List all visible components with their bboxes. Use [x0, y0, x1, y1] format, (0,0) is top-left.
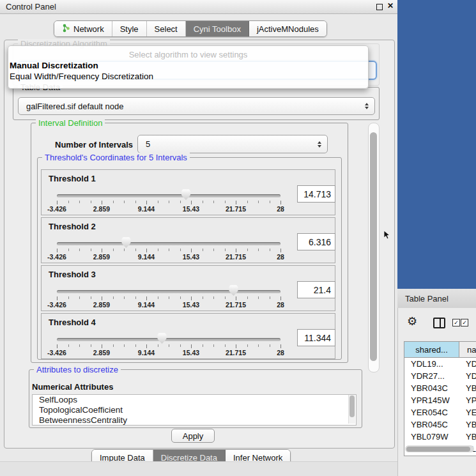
table-row[interactable]: YDL19...YDL1	[404, 358, 476, 370]
tab-style[interactable]: Style	[112, 21, 147, 36]
threshold-label: Threshold 4	[49, 318, 96, 327]
tick-mark	[57, 296, 58, 300]
list-scrollbar[interactable]	[348, 395, 355, 424]
cell-name: YBR0	[466, 383, 476, 393]
scrollbar-thumb[interactable]	[349, 395, 355, 417]
table-row[interactable]: YBL079WYBL0	[404, 431, 476, 443]
scrollbar-thumb[interactable]	[406, 447, 470, 452]
tick-mark	[247, 344, 248, 347]
slider-track[interactable]	[57, 242, 280, 245]
attribute-item-selfloops[interactable]: SelfLoops	[33, 395, 356, 405]
control-panel-tabbar: NetworkStyleSelectCyni ToolboxjActiveMNo…	[54, 20, 327, 37]
tick-mark	[79, 296, 80, 299]
attributes-listbox[interactable]: SelfLoopsTopologicalCoefficientBetweenne…	[32, 394, 357, 426]
float-window-icon[interactable]	[376, 4, 383, 10]
column-layout-icon[interactable]	[433, 318, 445, 328]
cell-name: YDL1	[466, 359, 476, 369]
slider-thumb[interactable]	[181, 189, 191, 200]
threshold-value-input[interactable]: 11.344	[297, 329, 335, 346]
slider-track[interactable]	[57, 338, 280, 341]
tick-label: 21.715	[220, 253, 252, 261]
tick-mark	[135, 249, 136, 251]
tick-mark	[258, 249, 259, 251]
tab-label: Select	[155, 24, 178, 34]
combo-value: 5	[146, 139, 150, 149]
tick-label: -3.426	[41, 349, 73, 357]
tick-mark	[213, 201, 214, 203]
tick-label: 28	[265, 349, 296, 357]
tick-mark	[135, 201, 136, 203]
tick-mark	[258, 201, 259, 203]
tick-mark	[102, 201, 102, 204]
table-row[interactable]: YBR043CYBR0	[404, 382, 476, 394]
column-header-shared[interactable]: shared...	[404, 342, 459, 358]
threshold-value-input[interactable]: 14.713	[297, 185, 335, 203]
bottom-strip	[0, 461, 397, 476]
cell-shared-name: YPR145W	[411, 395, 450, 405]
num-intervals-label: Number of Intervals	[55, 140, 133, 150]
tick-mark	[247, 296, 248, 299]
cell-name: YPR1	[466, 395, 476, 405]
tab-jactivemnodules[interactable]: jActiveMNodules	[249, 21, 326, 36]
node-table[interactable]: shared...na YDL19...YDL1YDR27...YDR2YBR0…	[404, 341, 476, 456]
tick-mark	[258, 296, 259, 299]
slider-thumb[interactable]	[229, 285, 238, 296]
table-row[interactable]: YIL052CYIL0	[404, 455, 476, 456]
table-horizontal-scrollbar[interactable]	[405, 445, 474, 452]
apply-button[interactable]: Apply	[171, 429, 215, 443]
tick-mark	[213, 249, 214, 251]
tick-mark	[270, 344, 270, 347]
tick-label: 2.859	[86, 253, 118, 261]
tick-mark	[247, 249, 248, 251]
slider-thumb[interactable]	[121, 237, 131, 248]
num-intervals-combobox[interactable]: 5	[137, 135, 328, 153]
tick-mark	[270, 201, 270, 203]
tick-mark	[169, 296, 169, 299]
popup-item-equal-width-frequency-discretization[interactable]: Equal Width/Frequency Discretization	[10, 72, 368, 82]
table-row[interactable]: YBR045CYBR0	[404, 418, 476, 431]
panel-title: Control Panel	[6, 2, 56, 12]
tick-mark	[180, 296, 181, 299]
combo-value: galFiltered.sif default node	[26, 102, 123, 111]
threshold-label: Threshold 2	[49, 222, 96, 231]
column-header-na[interactable]: na	[459, 342, 476, 358]
cell-shared-name: YBR045C	[411, 420, 448, 429]
cell-name: YBR0	[466, 420, 476, 429]
attribute-item-topologicalcoefficient[interactable]: TopologicalCoefficient	[33, 405, 356, 415]
table-row[interactable]: YER054CYER0	[404, 406, 476, 418]
threshold-value-input[interactable]: 6.316	[297, 233, 335, 250]
scrollbar-thumb[interactable]	[370, 132, 377, 361]
tick-mark	[236, 201, 236, 204]
tab-network[interactable]: Network	[54, 21, 112, 36]
cell-shared-name: YDR27...	[411, 371, 445, 381]
tab-label: jActiveMNodules	[257, 24, 319, 34]
tick-mark	[113, 201, 114, 203]
table-row[interactable]: YPR145WYPR1	[404, 394, 476, 406]
tab-select[interactable]: Select	[147, 21, 186, 36]
close-icon[interactable]: ✕	[387, 1, 394, 10]
tick-mark	[180, 344, 181, 347]
table-data-combobox[interactable]: galFiltered.sif default node	[18, 97, 375, 115]
tick-mark	[91, 296, 91, 299]
tick-mark	[280, 296, 281, 300]
tick-mark	[124, 296, 125, 299]
popup-item-manual-discretization[interactable]: Manual Discretization	[10, 61, 368, 72]
tick-mark	[180, 201, 181, 203]
tick-mark	[191, 296, 192, 300]
slider-track[interactable]	[57, 194, 280, 197]
attribute-item-betweennesscentrality[interactable]: BetweennessCentrality	[33, 415, 356, 426]
panel-scrollbar[interactable]	[368, 123, 380, 372]
tab-cyni-toolbox[interactable]: Cyni Toolbox	[186, 21, 249, 36]
tick-mark	[146, 249, 147, 252]
slider-thumb[interactable]	[157, 333, 167, 344]
cell-shared-name: YBL079W	[411, 432, 449, 441]
gear-icon[interactable]: ⚙	[407, 314, 417, 328]
table-row[interactable]: YDR27...YDR2	[404, 370, 476, 382]
threshold-panel-4: Threshold 4-3.4262.8599.14415.4321.71528…	[41, 313, 335, 359]
select-all-checkbox-icon[interactable]: ✓	[461, 319, 468, 326]
tick-label: 15.43	[175, 205, 207, 213]
slider-track[interactable]	[57, 290, 280, 293]
tick-mark	[91, 201, 91, 203]
select-all-checkbox-icon[interactable]: ✓	[452, 319, 460, 326]
threshold-value-input[interactable]: 21.4	[297, 281, 335, 298]
